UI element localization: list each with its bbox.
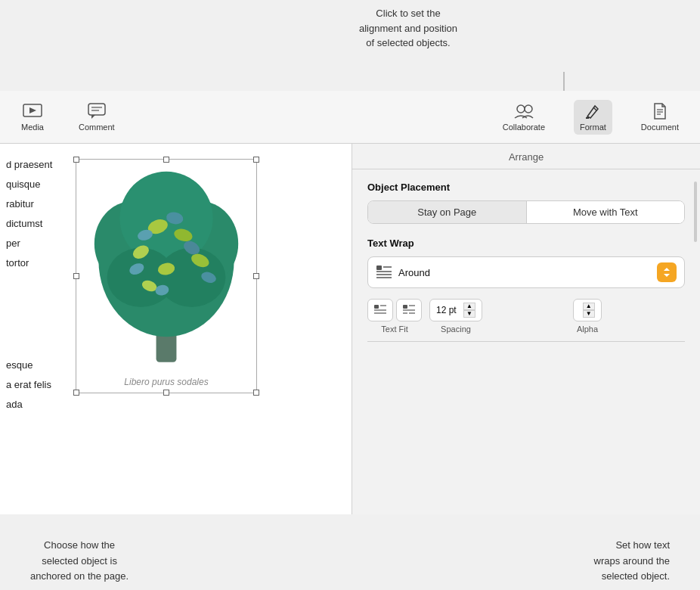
alpha-group: ▲ ▼ Alpha <box>490 299 685 334</box>
tooltip: Click to set the alignment and position … <box>295 6 522 51</box>
spacing-down-button[interactable]: ▼ <box>463 310 475 318</box>
stay-on-page-button[interactable]: Stay on Page <box>368 201 527 223</box>
bottom-annotations: Choose how the selected object is anchor… <box>0 514 700 590</box>
text-fit-label: Text Fit <box>381 324 407 334</box>
panel-scrollbar[interactable] <box>694 182 697 242</box>
text-fit-btn-1[interactable] <box>367 299 393 321</box>
document-area: d praesent quisque rabitur dictumst per … <box>0 144 352 514</box>
handle-mr[interactable] <box>253 273 259 279</box>
comment-label: Comment <box>79 123 115 132</box>
handle-bc[interactable] <box>163 390 169 396</box>
text-wrap-dropdown[interactable]: Around <box>367 256 685 288</box>
placement-buttons: Stay on Page Move with Text <box>367 200 685 224</box>
wrap-controls-row: Text Fit 12 pt ▲ ▼ Spacing <box>367 299 685 334</box>
alpha-label: Alpha <box>577 324 598 334</box>
handle-bl[interactable] <box>73 390 79 396</box>
panel-content: Object Placement Stay on Page Move with … <box>352 169 700 362</box>
spacing-stepper: ▲ ▼ <box>463 303 475 318</box>
svg-rect-38 <box>374 305 379 309</box>
text-line: rabitur <box>6 194 52 214</box>
handle-ml[interactable] <box>73 273 79 279</box>
spacing-control: 12 pt ▲ ▼ <box>429 299 482 321</box>
text-line: ada <box>6 395 51 415</box>
doc-text-bottom: esque a erat felis ada <box>6 356 51 415</box>
svg-rect-3 <box>88 104 105 115</box>
selection-box <box>76 159 257 393</box>
alpha-control: ▲ ▼ <box>573 299 601 321</box>
collaborate-icon <box>513 103 534 120</box>
text-wrap-value: Around <box>398 267 657 278</box>
bottom-annotation-right: Set how text wraps around the selected o… <box>594 522 670 582</box>
alpha-up-button[interactable]: ▲ <box>583 303 595 310</box>
comment-icon <box>86 103 107 120</box>
text-line: dictumst <box>6 214 52 234</box>
handle-tc[interactable] <box>163 157 169 163</box>
text-fit-btn-2[interactable] <box>396 299 422 321</box>
text-wrap-title: Text Wrap <box>367 238 685 249</box>
text-fit-group: Text Fit <box>367 299 422 334</box>
spacing-value: 12 pt <box>436 305 459 315</box>
text-line: tortor <box>6 253 52 273</box>
media-icon <box>22 103 43 120</box>
spacing-up-button[interactable]: ▲ <box>463 303 475 310</box>
document-label: Document <box>641 123 679 132</box>
panel-divider <box>367 341 685 342</box>
text-line: esque <box>6 356 51 375</box>
bottom-annotation-left: Choose how the selected object is anchor… <box>30 522 129 582</box>
right-panel: Arrange Object Placement Stay on Page Mo… <box>352 144 700 514</box>
text-line: quisque <box>6 175 52 194</box>
alpha-stepper: ▲ ▼ <box>583 303 595 318</box>
handle-br[interactable] <box>253 390 259 396</box>
text-wrap-icon <box>376 265 392 281</box>
toolbar-item-document[interactable]: Document <box>635 100 685 135</box>
media-label: Media <box>21 123 44 132</box>
dropdown-arrow[interactable] <box>657 262 677 282</box>
svg-rect-42 <box>403 305 407 309</box>
main-area: d praesent quisque rabitur dictumst per … <box>0 144 700 514</box>
svg-point-7 <box>517 105 525 113</box>
toolbar: Media Comment Collaborate <box>0 91 700 144</box>
panel-header-text: Arrange <box>509 151 544 163</box>
text-line: per <box>6 234 52 253</box>
spacing-label: Spacing <box>441 324 471 334</box>
svg-marker-37 <box>664 274 670 277</box>
panel-header: Arrange <box>352 144 700 169</box>
move-with-text-button[interactable]: Move with Text <box>527 201 685 223</box>
collaborate-label: Collaborate <box>503 123 545 132</box>
svg-point-8 <box>525 105 532 113</box>
svg-marker-6 <box>91 115 95 119</box>
text-fit-buttons <box>367 299 422 321</box>
tooltip-text: Click to set the alignment and position … <box>359 8 457 48</box>
spacing-group: 12 pt ▲ ▼ Spacing <box>429 299 482 334</box>
alpha-down-button[interactable]: ▼ <box>583 310 595 318</box>
object-placement-title: Object Placement <box>367 182 685 193</box>
toolbar-item-format[interactable]: Format <box>574 100 612 135</box>
handle-tl[interactable] <box>73 157 79 163</box>
tree-image-container: Libero purus sodales <box>76 159 257 393</box>
handle-tr[interactable] <box>253 157 259 163</box>
document-icon <box>649 103 671 120</box>
doc-text-left: d praesent quisque rabitur dictumst per … <box>6 155 52 273</box>
format-label: Format <box>580 123 606 132</box>
svg-marker-36 <box>664 268 670 271</box>
svg-marker-2 <box>29 107 36 113</box>
svg-rect-31 <box>376 266 382 270</box>
text-line: d praesent <box>6 155 52 175</box>
toolbar-item-collaborate[interactable]: Collaborate <box>497 100 551 135</box>
toolbar-item-comment[interactable]: Comment <box>73 100 121 135</box>
text-line: a erat felis <box>6 375 51 395</box>
format-icon <box>582 103 603 120</box>
toolbar-item-media[interactable]: Media <box>15 100 50 135</box>
